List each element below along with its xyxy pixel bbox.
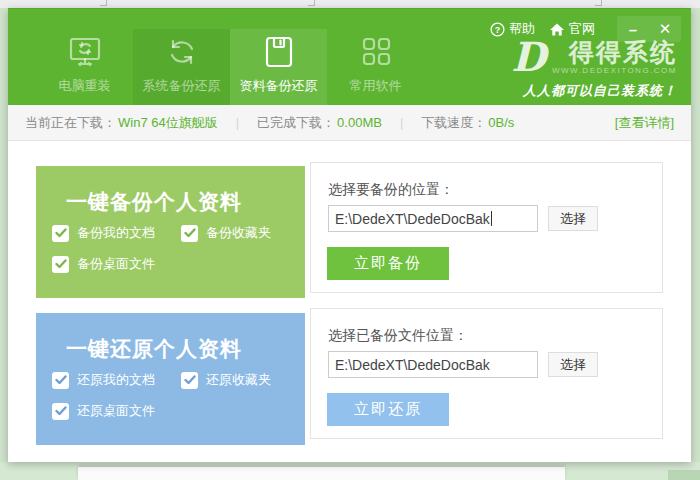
tab-pc-reinstall[interactable]: 电脑重装 <box>36 29 133 106</box>
desktop-corner-patch <box>668 470 700 480</box>
checkbox-label: 还原收藏夹 <box>206 371 271 389</box>
checkbox-label: 备份收藏夹 <box>206 224 271 242</box>
desktop-window-fragment <box>100 0 107 6</box>
backup-panel: 一键备份个人资料 备份我的文档 备份收藏夹 备份桌面文件 <box>36 166 305 298</box>
restore-path-value: E:\DedeXT\DedeDocBak <box>335 357 490 373</box>
header: ? 帮助 官网 – ✕ <box>8 8 691 105</box>
checkbox-checked-icon[interactable] <box>52 225 69 242</box>
restore-form: 选择已备份文件位置： E:\DedeXT\DedeDocBak 选择 立即还原 <box>310 308 663 439</box>
software-grid-icon <box>358 31 394 73</box>
download-status-bar: 当前正在下载： Win7 64位旗舰版 | 已完成下载： 0.00MB | 下载… <box>8 105 691 141</box>
view-details-link[interactable]: [查看详情] <box>615 114 674 132</box>
home-icon <box>549 22 565 37</box>
restore-path-label: 选择已备份文件位置： <box>328 327 468 345</box>
checkbox-checked-icon[interactable] <box>52 372 69 389</box>
tab-label: 常用软件 <box>350 77 402 95</box>
backup-browse-button[interactable]: 选择 <box>548 206 598 231</box>
desktop-right-strip <box>691 8 700 480</box>
downloading-label: 当前正在下载： <box>25 114 116 132</box>
restore-now-button[interactable]: 立即还原 <box>327 393 449 426</box>
checkbox-backup-desktop[interactable]: 备份桌面文件 <box>52 255 155 273</box>
restore-path-input[interactable]: E:\DedeXT\DedeDocBak <box>328 351 538 378</box>
checkbox-label: 备份我的文档 <box>77 224 155 242</box>
backup-now-button[interactable]: 立即备份 <box>327 247 449 280</box>
status-divider: | <box>400 115 403 130</box>
official-site-button[interactable]: 官网 <box>549 20 595 38</box>
brand-site: WWW.DEDEXITONG.COM <box>552 66 677 75</box>
desktop-window-fragment <box>595 0 602 6</box>
data-backup-icon <box>261 31 297 73</box>
backup-path-value: E:\DedeXT\DedeDocBak <box>335 211 490 227</box>
tab-label: 系统备份还原 <box>143 77 221 95</box>
svg-text:?: ? <box>495 25 501 35</box>
text-caret <box>491 211 492 226</box>
completed-value: 0.00MB <box>337 115 382 130</box>
downloading-value: Win7 64位旗舰版 <box>118 114 218 132</box>
checkbox-checked-icon[interactable] <box>52 403 69 420</box>
app-window: ? 帮助 官网 – ✕ <box>8 8 691 462</box>
help-icon: ? <box>490 22 505 37</box>
monitor-reinstall-icon <box>67 31 103 73</box>
speed-value: 0B/s <box>488 115 514 130</box>
brand-slogan: 人人都可以自己装系统！ <box>502 82 677 100</box>
status-divider: | <box>236 115 239 130</box>
main-nav: 电脑重装 系统备份还原 <box>36 29 424 106</box>
completed-label: 已完成下载： <box>257 114 335 132</box>
desktop-window-fragment <box>308 0 315 6</box>
tab-label: 电脑重装 <box>59 77 111 95</box>
official-site-label: 官网 <box>569 20 595 38</box>
restore-panel: 一键还原个人资料 还原我的文档 还原收藏夹 还原桌面文件 <box>36 313 305 445</box>
backup-form: 选择要备份的位置： E:\DedeXT\DedeDocBak 选择 立即备份 <box>310 162 663 293</box>
brand-logo: D 得得系统 WWW.DEDEXITONG.COM 人人都可以自己装系统！ <box>502 39 677 100</box>
checkbox-backup-documents[interactable]: 备份我的文档 <box>52 224 155 242</box>
checkbox-backup-favorites[interactable]: 备份收藏夹 <box>181 224 271 242</box>
checkbox-label: 还原桌面文件 <box>77 402 155 420</box>
tab-common-software[interactable]: 常用软件 <box>327 29 424 106</box>
system-backup-icon <box>162 31 202 73</box>
checkbox-checked-icon[interactable] <box>52 256 69 273</box>
backup-path-label: 选择要备份的位置： <box>328 181 454 199</box>
restore-browse-button[interactable]: 选择 <box>548 352 598 377</box>
backup-title: 一键备份个人资料 <box>66 188 242 216</box>
logo-mark: D <box>511 39 546 75</box>
backup-path-input[interactable]: E:\DedeXT\DedeDocBak <box>328 205 538 232</box>
checkbox-restore-documents[interactable]: 还原我的文档 <box>52 371 155 389</box>
speed-label: 下载速度： <box>421 114 486 132</box>
brand-name: 得得系统 <box>552 39 677 65</box>
checkbox-checked-icon[interactable] <box>181 372 198 389</box>
tab-data-backup-restore[interactable]: 资料备份还原 <box>230 29 327 106</box>
tab-label: 资料备份还原 <box>240 77 318 95</box>
checkbox-restore-favorites[interactable]: 还原收藏夹 <box>181 371 271 389</box>
checkbox-checked-icon[interactable] <box>181 225 198 242</box>
checkbox-label: 还原我的文档 <box>77 371 155 389</box>
desktop-background-window <box>78 467 565 480</box>
restore-title: 一键还原个人资料 <box>66 335 242 363</box>
checkbox-label: 备份桌面文件 <box>77 255 155 273</box>
checkbox-restore-desktop[interactable]: 还原桌面文件 <box>52 402 155 420</box>
tab-system-backup-restore[interactable]: 系统备份还原 <box>133 29 230 106</box>
